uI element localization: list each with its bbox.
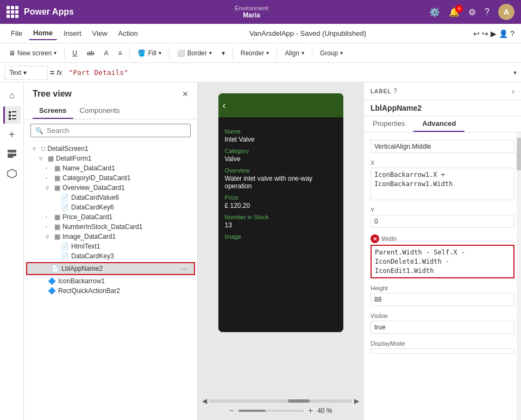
tree-node-IconBackarrow1[interactable]: 🔷 IconBackarrow1 [24,276,197,286]
align-btn[interactable]: Align ▾ [280,47,309,59]
label-node-icon: 📄 [51,265,59,272]
prop-value-vertical-align[interactable]: VerticalAlign.Middle [371,140,514,153]
menu-view[interactable]: View [88,27,112,40]
menu-action[interactable]: Action [114,27,142,40]
tree-node-DetailForm1[interactable]: ▽ ▦ DetailForm1 [24,154,197,163]
fill-icon: 🪣 [137,49,146,57]
avatar[interactable]: A [498,4,514,20]
tree-node-DataCardKey6[interactable]: 📄 DataCardKey6 [24,202,197,212]
detail-category-value: Valve [225,155,337,163]
formula-expand-btn[interactable]: ▾ [513,69,517,77]
group-btn[interactable]: Group ▾ [316,47,347,59]
right-element-name: LblAppName2 [364,100,521,116]
font-btn[interactable]: A [99,47,112,59]
svg-rect-1 [12,111,16,112]
tree-node-Name_DataCard1[interactable]: › ▦ Name_DataCard1 [24,163,197,173]
undo-btn[interactable]: ↩ [473,29,480,38]
formula-input[interactable] [64,66,511,79]
new-screen-btn[interactable]: 🖥 New screen ▾ [4,47,61,59]
tab-advanced[interactable]: Advanced [413,116,464,132]
zoom-level: 40 % [317,407,332,415]
search-input[interactable] [47,126,186,135]
prop-value-x[interactable]: IconBackarrow1.X + IconBackarrow1.Width [371,168,514,200]
fill-label: Fill [148,49,156,57]
scroll-left-arrow[interactable]: ◀ [202,397,207,405]
strikethrough-btn[interactable]: ab [83,47,98,59]
screen-icon: 🖥 [9,49,15,57]
notification-btn[interactable]: 🔔9 [449,7,460,17]
tree-node-DataCardValue6[interactable]: 📄 DataCardValue6 [24,193,197,202]
tree-node-LblAppName2[interactable]: 📄 LblAppName2 ··· [26,262,195,275]
data-side-icon[interactable] [3,145,21,163]
align-label: Align [285,49,299,57]
tree-side-icon[interactable] [3,106,21,124]
components-side-icon[interactable] [3,165,21,182]
add-side-icon[interactable]: + [3,126,21,143]
node-label: DetailScreen1 [47,145,193,152]
zoom-slider[interactable] [238,410,304,412]
play-btn[interactable]: ▶ [491,29,497,38]
prop-value-visible[interactable]: true [371,321,514,334]
scroll-right-arrow[interactable]: ▶ [354,397,359,405]
canvas-wrapper: ‹ Name Inlet Valve Category Valve Overvi… [218,93,343,332]
menu-file[interactable]: File [7,27,27,40]
prop-label-width: ✕ Width [371,234,514,243]
tree-node-Image_DataCard1[interactable]: ▽ ▦ Image_DataCard1 [24,232,197,241]
expand-panel-btn[interactable]: › [512,87,514,96]
property-value: Text [9,69,21,77]
zoom-plus-btn[interactable]: + [308,406,313,416]
prop-visible: Visible true [364,309,521,337]
zoom-minus-btn[interactable]: − [229,406,234,416]
separator-2 [129,48,130,59]
redo-btn[interactable]: ↪ [482,29,488,38]
underline-btn[interactable]: U [68,47,81,59]
context-menu-btn[interactable]: ··· [179,264,190,273]
tree-close-btn[interactable]: ✕ [182,90,189,98]
chevron-icon: › [46,225,52,230]
text-node-icon: 📄 [61,243,69,250]
prop-value-width[interactable]: Parent.Width - Self.X - IconDelete1.Widt… [371,245,514,278]
home-side-icon[interactable]: ⌂ [3,87,21,104]
screen-node-icon: □ [41,145,45,152]
environment-icon-btn[interactable]: ⚙️ [429,7,440,17]
icon-node-icon: 🔷 [48,277,56,285]
align-text-btn[interactable]: ≡ [114,47,126,59]
svg-rect-0 [9,111,11,113]
menu-help-btn[interactable]: ? [510,29,514,38]
help-icon[interactable]: ? [393,87,397,95]
menu-insert[interactable]: Insert [59,27,86,40]
waffle-menu[interactable] [7,6,18,18]
share-btn[interactable]: 👤 [499,29,508,38]
property-dropdown[interactable]: Text ▾ [4,66,48,80]
tree-node-HtmlText1[interactable]: 📄 HtmlText1 [24,241,197,251]
border-expand-btn[interactable]: ▾ [217,47,229,59]
tree-node-RectQuickActionBar2[interactable]: 🔷 RectQuickActionBar2 [24,286,197,296]
prop-value-y[interactable]: 0 [371,215,514,228]
right-panel-header: LABEL ? › [364,82,521,100]
svg-rect-8 [8,156,13,158]
prop-value-height[interactable]: 88 [371,293,514,306]
tree-node-DataCardKey3[interactable]: 📄 DataCardKey3 [24,251,197,261]
tree-node-Price_DataCard1[interactable]: › ▦ Price_DataCard1 [24,212,197,222]
node-label: Name_DataCard1 [62,164,193,172]
help-btn[interactable]: ? [485,7,489,17]
tree-node-Overview_DataCard1[interactable]: ▽ ▦ Overview_DataCard1 [24,183,197,193]
tree-node-DetailScreen1[interactable]: ▽ □ DetailScreen1 [24,144,197,154]
prop-value-displaymode[interactable] [371,348,514,354]
node-label: HtmlText1 [71,243,193,250]
tab-screens[interactable]: Screens [33,103,73,119]
tree-tabs: Screens Components [24,103,197,119]
tree-node-NumberInStock_DataCard1[interactable]: › ▦ NumberInStock_DataCard1 [24,222,197,232]
border-btn[interactable]: ⬜ Border ▾ [173,47,216,59]
settings-btn[interactable]: ⚙ [468,7,476,17]
tab-components[interactable]: Components [73,103,127,119]
tree-node-CategoryID_DataCard1[interactable]: › ▦ CategoryID_DataCard1 [24,173,197,183]
menu-home[interactable]: Home [29,27,57,40]
back-icon[interactable]: ‹ [223,100,226,111]
reorder-btn[interactable]: Reorder ▾ [236,47,273,59]
detail-category-label: Category [225,148,337,154]
right-scrollbar[interactable] [517,132,521,420]
tab-properties[interactable]: Properties [364,116,413,132]
fill-btn[interactable]: 🪣 Fill ▾ [133,47,165,59]
scroll-track[interactable] [209,399,352,403]
